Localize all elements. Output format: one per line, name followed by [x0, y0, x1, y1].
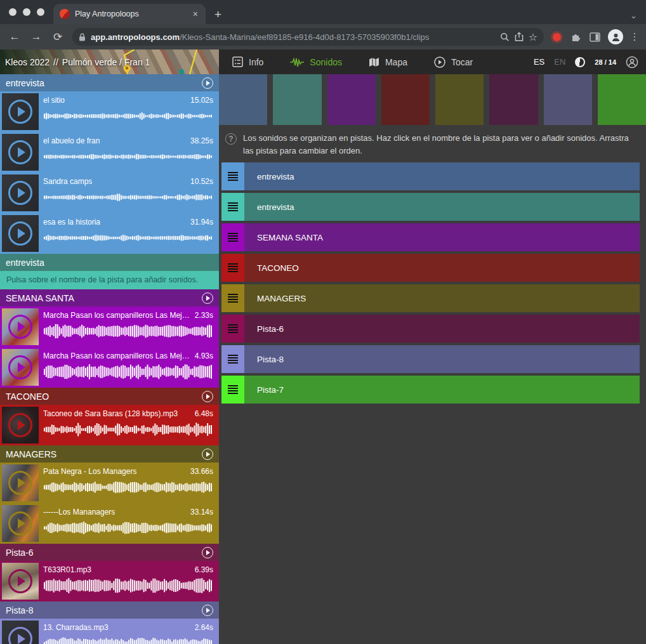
- clip-waveform[interactable]: [43, 520, 213, 536]
- track-section-header[interactable]: Pista-8: [0, 601, 219, 619]
- track-row-name[interactable]: MANAGERS: [244, 284, 640, 312]
- track-row-name[interactable]: Pista-8: [244, 345, 640, 373]
- clip-13-charradas-mp3[interactable]: 13. Charradas.mp32.64s: [0, 619, 219, 644]
- track-section-name[interactable]: Pista-8: [6, 605, 202, 615]
- clip-play-button[interactable]: [8, 627, 32, 644]
- track-section-name[interactable]: entrevista: [6, 78, 202, 88]
- track-drag-handle[interactable]: [221, 315, 244, 343]
- track-drag-handle[interactable]: [221, 254, 244, 282]
- track-row-pista-7-7[interactable]: Pista-7: [221, 376, 640, 404]
- track-play-button[interactable]: [202, 77, 213, 89]
- nav-tab-mapa[interactable]: Mapa: [355, 49, 421, 74]
- new-tab-button[interactable]: +: [206, 8, 230, 24]
- clip-play-button[interactable]: [8, 511, 32, 536]
- track-play-button[interactable]: [202, 391, 213, 402]
- track-play-button[interactable]: [202, 605, 213, 616]
- track-section-name[interactable]: entrevista: [6, 258, 213, 268]
- clip-taconeo-de-sara-baras-128-kbps[interactable]: Taconeo de Sara Baras (128 kbps).mp36.48…: [0, 405, 219, 445]
- breadcrumb-project[interactable]: Kleos 2022: [5, 57, 49, 67]
- clip-waveform[interactable]: [43, 230, 213, 246]
- tab-close-icon[interactable]: ×: [192, 9, 199, 19]
- nav-tab-info[interactable]: Info: [219, 49, 277, 74]
- track-drag-handle[interactable]: [221, 376, 244, 404]
- clip-waveform[interactable]: [43, 323, 213, 339]
- zoom-icon[interactable]: [500, 32, 510, 42]
- track-row-managers-4[interactable]: MANAGERS: [221, 284, 640, 312]
- track-row-pista-6-5[interactable]: Pista-6: [221, 315, 640, 343]
- track-row-semana-santa-2[interactable]: SEMANA SANTA: [221, 223, 640, 251]
- clip-esa-es-la-historia[interactable]: esa es la historia31.94s: [0, 213, 219, 254]
- track-section-header[interactable]: entrevista: [0, 254, 219, 271]
- track-swatch-taconeo-3[interactable]: [381, 74, 430, 125]
- clip-thumbnail[interactable]: [2, 563, 39, 600]
- track-section-name[interactable]: Pista-6: [6, 548, 202, 558]
- clip-waveform[interactable]: [43, 189, 213, 206]
- track-drag-handle[interactable]: [221, 162, 244, 190]
- clip-thumbnail[interactable]: [2, 464, 39, 501]
- clip-waveform[interactable]: [43, 364, 213, 380]
- nav-tab-tocar[interactable]: Tocar: [421, 49, 486, 74]
- account-icon[interactable]: [626, 56, 638, 69]
- clip-play-button[interactable]: [8, 315, 32, 339]
- recording-extension-icon[interactable]: [553, 33, 561, 41]
- track-swatch-semana-santa-2[interactable]: [327, 74, 376, 125]
- clip-waveform[interactable]: [43, 108, 213, 124]
- track-row-pista-8-6[interactable]: Pista-8: [221, 345, 640, 373]
- clip-play-button[interactable]: [8, 100, 32, 124]
- track-section-header[interactable]: entrevista: [0, 74, 219, 91]
- track-swatch-managers-4[interactable]: [435, 74, 484, 125]
- browser-menu-icon[interactable]: ⋮: [628, 31, 641, 43]
- clip-sandra-camps[interactable]: Sandra camps10.52s: [0, 173, 219, 213]
- track-swatch-pista-6-5[interactable]: [489, 74, 537, 125]
- clip-marcha-pasan-los-campanilleros[interactable]: Marcha Pasan los campanilleros Las Mejor…: [0, 347, 219, 388]
- clip-el-abuelo-de-fran[interactable]: el abuelo de fran38.25s: [0, 132, 219, 173]
- clip-thumbnail[interactable]: [2, 505, 39, 542]
- back-button[interactable]: ←: [5, 30, 24, 43]
- track-swatch-entrevista-0[interactable]: [219, 74, 267, 125]
- track-section-header[interactable]: TACONEO: [0, 388, 219, 405]
- clip-marcha-pasan-los-campanilleros[interactable]: Marcha Pasan los campanilleros Las Mejor…: [0, 306, 219, 347]
- clip-play-button[interactable]: [8, 140, 32, 164]
- track-swatch-pista-8-6[interactable]: [544, 74, 592, 125]
- reload-button[interactable]: ⟳: [48, 30, 67, 44]
- track-row-name[interactable]: Pista-6: [244, 315, 640, 343]
- track-section-name[interactable]: SEMANA SANTA: [6, 293, 202, 303]
- track-drag-handle[interactable]: [221, 223, 244, 251]
- window-close-button[interactable]: [9, 8, 16, 16]
- clip-play-button[interactable]: [8, 569, 32, 593]
- clip-el-sitio[interactable]: el sitio15.02s: [0, 91, 219, 132]
- track-drag-handle[interactable]: [221, 193, 244, 221]
- extensions-puzzle-icon[interactable]: [567, 32, 584, 43]
- clip-waveform[interactable]: [43, 479, 213, 496]
- track-row-entrevista-1[interactable]: entrevista: [221, 193, 640, 221]
- track-play-button[interactable]: [202, 292, 213, 304]
- lang-en-button[interactable]: EN: [554, 57, 565, 67]
- clip-thumbnail[interactable]: [2, 215, 39, 252]
- track-row-taconeo-3[interactable]: TACONEO: [221, 254, 640, 282]
- window-controls[interactable]: [0, 0, 53, 24]
- track-drag-handle[interactable]: [221, 284, 244, 312]
- track-section-header[interactable]: MANAGERS: [0, 445, 219, 463]
- share-icon[interactable]: [515, 32, 524, 42]
- track-section-name[interactable]: TACONEO: [6, 391, 202, 402]
- clip-waveform[interactable]: [43, 635, 213, 644]
- clip-thumbnail[interactable]: [2, 174, 39, 211]
- track-row-name[interactable]: SEMANA SANTA: [244, 223, 640, 251]
- remix-cover-image[interactable]: Kleos 2022//Pulmón verde / Fran 1: [0, 49, 219, 74]
- clip-t633r01-mp3[interactable]: T633R01.mp36.39s: [0, 561, 219, 601]
- clip-thumbnail[interactable]: [2, 93, 39, 130]
- track-play-button[interactable]: [202, 449, 213, 460]
- clip-los-mananagers[interactable]: ------Los Mananagers33.14s: [0, 503, 219, 544]
- address-bar[interactable]: app.antropoloops.com/Kleos-Santa-Marina/…: [72, 28, 544, 46]
- clip-play-button[interactable]: [8, 355, 32, 379]
- clip-waveform[interactable]: [43, 148, 213, 165]
- clip-thumbnail[interactable]: [2, 349, 39, 386]
- window-zoom-button[interactable]: [37, 8, 44, 16]
- clip-play-button[interactable]: [8, 471, 32, 495]
- clip-waveform[interactable]: [43, 577, 213, 594]
- clip-play-button[interactable]: [8, 413, 32, 437]
- track-row-name[interactable]: entrevista: [244, 162, 640, 190]
- window-minimize-button[interactable]: [23, 8, 30, 16]
- clip-play-button[interactable]: [8, 221, 32, 246]
- track-section-header[interactable]: Pista-6: [0, 544, 219, 561]
